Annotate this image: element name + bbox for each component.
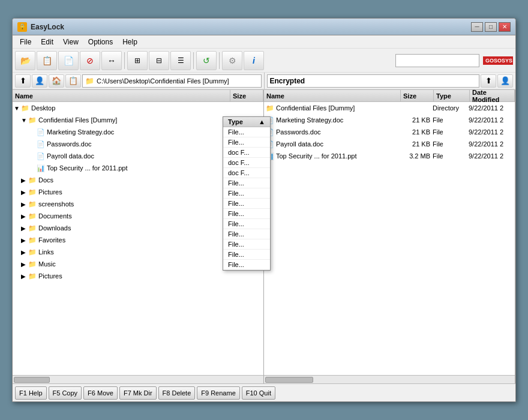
item-name: Music — [38, 260, 229, 268]
item-size: 3.2 MB — [400, 152, 433, 160]
col-header-name-right[interactable]: Name — [264, 90, 401, 101]
dropdown-item[interactable]: doc F... — [223, 168, 270, 178]
list-item[interactable]: 📄 Passwords.doc 21 KB File 9/22/2011 2 — [264, 126, 515, 138]
new-folder-btn[interactable]: 📂 — [15, 51, 35, 70]
dropdown-item[interactable]: File... — [223, 229, 270, 239]
close-btn[interactable]: ✕ — [499, 22, 511, 32]
folder-icon: 📁 — [28, 176, 37, 184]
left-scrollbar-h[interactable] — [13, 375, 263, 383]
nav-up-left[interactable]: ⬆ — [15, 74, 31, 88]
toolbar-divider3 — [219, 52, 220, 69]
right-path[interactable]: Encrypted — [267, 74, 480, 88]
menu-view[interactable]: View — [58, 37, 83, 47]
item-name: Passwords.doc — [276, 128, 400, 136]
item-name: Payroll data.doc — [276, 140, 400, 148]
minimize-btn[interactable]: ─ — [471, 22, 483, 32]
item-size: 21 KB — [400, 116, 433, 124]
right-path-text: Encrypted — [270, 77, 305, 85]
tiles-btn[interactable]: ⊟ — [149, 51, 169, 70]
col-header-type-right[interactable]: Type — [434, 90, 470, 101]
item-name: Downloads — [38, 224, 229, 232]
move-btn[interactable]: ↔ — [101, 51, 122, 70]
toolbar: 📂 📋 📄 ⊘ ↔ ⊞ ⊟ ☰ ↺ ⚙ i GOSOSYS — [13, 49, 515, 73]
dropdown-item[interactable]: File... — [223, 260, 270, 270]
toolbar-divider — [124, 52, 125, 69]
copy-btn[interactable]: 📋 — [37, 51, 57, 70]
refresh-btn[interactable]: ↺ — [196, 51, 217, 70]
maximize-btn[interactable]: □ — [485, 22, 497, 32]
toolbar-divider2 — [193, 52, 194, 69]
settings-btn[interactable]: ⚙ — [222, 51, 242, 70]
expand-icon: ▶ — [21, 225, 27, 232]
menu-edit[interactable]: Edit — [36, 37, 58, 47]
dropdown-item[interactable]: doc F... — [223, 158, 270, 168]
folder-icon: 📁 — [20, 104, 30, 112]
list-item[interactable]: ▼ 📁 Desktop — [13, 102, 263, 114]
dropdown-item[interactable]: File... — [223, 239, 270, 250]
menu-options[interactable]: Options — [83, 37, 118, 47]
col-header-date-right[interactable]: Date Modified — [470, 90, 515, 101]
window-controls: ─ □ ✕ — [471, 22, 511, 32]
dropdown-item[interactable]: File... — [223, 137, 270, 148]
left-path[interactable]: 📁 C:\Users\Desktop\Confidential Files [D… — [82, 74, 262, 88]
nav-up-right[interactable]: ⬆ — [481, 74, 496, 88]
dropdown-item[interactable]: File... — [223, 127, 270, 137]
main-window: 🔒 EasyLock ─ □ ✕ File Edit View Options … — [12, 18, 516, 402]
details-btn[interactable]: ⊞ — [127, 51, 148, 70]
search-input[interactable] — [395, 54, 479, 67]
paste-btn[interactable]: 📄 — [58, 51, 79, 70]
f7-mkdir-btn[interactable]: F7 Mk Dir — [119, 386, 157, 400]
list-item[interactable]: 📁 Confidential Files [Dummy] Directory 9… — [264, 102, 515, 114]
nav-clipboard-left[interactable]: 📋 — [65, 74, 81, 88]
item-date: 9/22/2011 2 — [469, 152, 514, 160]
expand-icon: ▶ — [21, 261, 27, 268]
menu-help[interactable]: Help — [118, 37, 142, 47]
f6-move-btn[interactable]: F6 Move — [83, 386, 118, 400]
col-header-size-right[interactable]: Size — [401, 90, 434, 101]
folder-icon: 📁 — [28, 200, 37, 208]
expand-icon: ▼ — [14, 105, 20, 112]
titlebar: 🔒 EasyLock ─ □ ✕ — [13, 19, 515, 35]
nav-home-left[interactable]: 🏠 — [49, 74, 64, 88]
menu-file[interactable]: File — [15, 37, 36, 47]
item-type: File — [433, 128, 469, 136]
info-btn[interactable]: i — [244, 51, 264, 70]
nav-user-right[interactable]: 👤 — [497, 74, 513, 88]
expand-icon: ▶ — [21, 177, 27, 184]
item-size: 21 KB — [400, 128, 433, 136]
dropdown-item[interactable]: File... — [223, 188, 270, 199]
dropdown-header: Type ▲ — [223, 117, 270, 127]
dropdown-item[interactable]: File... — [223, 199, 270, 209]
folder-icon: 📁 — [28, 116, 37, 124]
list-btn[interactable]: ☰ — [170, 51, 191, 70]
right-file-list[interactable]: 📁 Confidential Files [Dummy] Directory 9… — [264, 102, 515, 375]
context-menu: Type ▲ File... File... doc F... doc F...… — [223, 116, 271, 271]
folder-icon: 📁 — [265, 104, 275, 112]
item-type: Directory — [433, 104, 469, 112]
item-type: File — [433, 152, 469, 160]
col-header-name-left[interactable]: Name — [13, 90, 230, 101]
list-item[interactable]: 📄 Payroll data.doc 21 KB File 9/22/2011 … — [264, 138, 515, 150]
list-item[interactable]: 📄 Marketing Strategy.doc 21 KB File 9/22… — [264, 114, 515, 126]
item-name: Marketing Strategy.doc — [47, 128, 229, 136]
dropdown-item[interactable]: File... — [223, 250, 270, 260]
item-name: Docs — [38, 176, 229, 184]
col-header-size-left[interactable]: Size — [230, 90, 263, 101]
item-name: Confidential Files [Dummy] — [38, 116, 229, 124]
f1-help-btn[interactable]: F1 Help — [15, 386, 47, 400]
window-title: EasyLock — [31, 23, 471, 31]
dropdown-item[interactable]: File... — [223, 219, 270, 229]
f10-quit-btn[interactable]: F10 Quit — [242, 386, 275, 400]
f8-delete-btn[interactable]: F8 Delete — [158, 386, 196, 400]
right-scrollbar-h[interactable] — [264, 375, 515, 383]
f5-copy-btn[interactable]: F5 Copy — [49, 386, 82, 400]
left-path-text: C:\Users\Desktop\Confidential Files [Dum… — [97, 77, 229, 85]
dropdown-item[interactable]: doc F... — [223, 148, 270, 158]
list-item[interactable]: 📊 Top Security ... for 2011.ppt 3.2 MB F… — [264, 150, 515, 162]
dropdown-item[interactable]: File... — [223, 178, 270, 188]
list-item[interactable]: ▶ 📁 Pictures — [13, 270, 263, 282]
nav-user-left[interactable]: 👤 — [32, 74, 47, 88]
f9-rename-btn[interactable]: F9 Rename — [197, 386, 239, 400]
dropdown-item[interactable]: File... — [223, 209, 270, 219]
delete-btn[interactable]: ⊘ — [80, 51, 100, 70]
